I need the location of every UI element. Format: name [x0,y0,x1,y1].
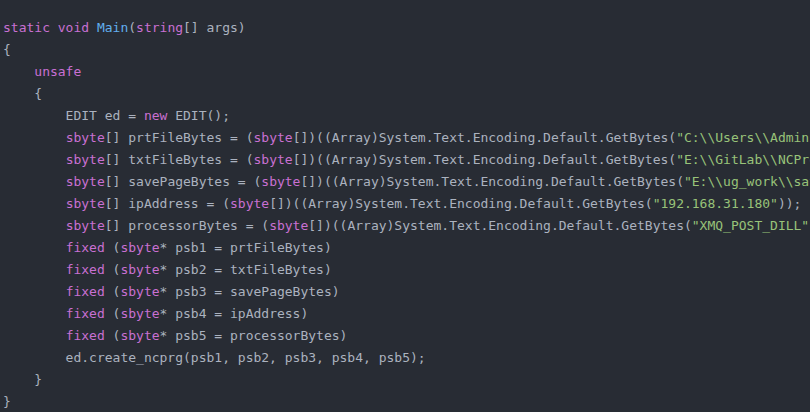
code-token-pl: * psb5 = processorBytes) [160,328,348,343]
code-token-kw: sbyte [120,240,159,255]
code-token-pl: [])((Array)System.Text.Encoding.Default.… [293,152,677,167]
code-token-pl: EDIT ed = [3,108,144,123]
code-token-pl: ( [105,240,121,255]
code-token-pl [50,20,58,35]
code-token-kw: static [3,20,50,35]
code-token-kw: fixed [66,328,105,343]
code-token-pl: [])((Array)System.Text.Encoding.Default.… [269,196,653,211]
code-token-pl [3,306,66,321]
code-token-pl [3,152,66,167]
code-line: unsafe [3,61,810,83]
code-token-pl: ( [105,262,121,277]
code-token-kw: sbyte [253,130,292,145]
code-token-fn: Main [97,20,128,35]
code-token-pl [3,240,66,255]
code-token-pl: [] savePageBytes = ( [105,174,262,189]
code-token-kw: sbyte [120,262,159,277]
code-line: sbyte[] prtFileBytes = (sbyte[])((Array)… [3,127,810,149]
code-token-pl: } [3,394,11,409]
code-token-pl: [])((Array)System.Text.Encoding.Default.… [308,218,692,233]
code-line: EDIT ed = new EDIT(); [3,105,810,127]
code-token-pl [3,328,66,343]
code-token-pl: ( [128,20,136,35]
code-token-kw: unsafe [34,64,81,79]
code-token-kw: sbyte [261,174,300,189]
code-token-pl [3,130,66,145]
code-token-pl: ( [105,284,121,299]
code-token-pl: [] ipAddress = ( [105,196,230,211]
code-token-pl: ed.create_ncprg(psb1, psb2, psb3, psb4, … [3,350,426,365]
code-token-pl [3,196,66,211]
code-token-kw: sbyte [120,306,159,321]
code-token-pl: ( [105,306,121,321]
code-token-pl [3,262,66,277]
code-token-pl: [])((Array)System.Text.Encoding.Default.… [293,130,677,145]
code-line: sbyte[] savePageBytes = (sbyte[])((Array… [3,171,810,193]
code-token-pl: [] prtFileBytes = ( [105,130,254,145]
code-line: fixed (sbyte* psb3 = savePageBytes) [3,281,810,303]
code-line: fixed (sbyte* psb1 = prtFileBytes) [3,237,810,259]
code-token-str: "XMQ_POST_DILL" [692,218,809,233]
code-token-str: "192.168.31.180" [653,196,778,211]
code-token-pl: EDIT(); [167,108,230,123]
code-token-str: "E:\\GitLab\\NCProj [676,152,810,167]
code-token-pl: )); [778,196,801,211]
code-token-kw: sbyte [66,196,105,211]
code-line: { [3,83,810,105]
code-line: { [3,39,810,61]
code-line: ed.create_ncprg(psb1, psb2, psb3, psb4, … [3,347,810,369]
code-content: static void Main(string[] args){ unsafe … [0,0,810,412]
code-line: } [3,391,810,412]
code-token-pl: } [3,372,42,387]
code-token-kw: fixed [66,284,105,299]
code-token-pl [3,174,66,189]
code-token-kw: fixed [66,306,105,321]
code-token-pl [89,20,97,35]
code-token-kw: sbyte [66,130,105,145]
code-token-kw: sbyte [66,218,105,233]
code-token-pl: { [3,42,11,57]
code-editor[interactable]: static void Main(string[] args){ unsafe … [0,0,810,412]
code-line: sbyte[] ipAddress = (sbyte[])((Array)Sys… [3,193,810,215]
code-token-kw: void [58,20,89,35]
code-token-str: "C:\\Users\\Adminis [676,130,810,145]
code-line: static void Main(string[] args) [3,17,810,39]
code-line: sbyte[] processorBytes = (sbyte[])((Arra… [3,215,810,237]
code-token-kw: sbyte [253,152,292,167]
code-token-kw: sbyte [269,218,308,233]
code-token-pl [3,218,66,233]
code-token-pl: ( [105,328,121,343]
code-line: fixed (sbyte* psb2 = txtFileBytes) [3,259,810,281]
code-token-pl: * psb2 = txtFileBytes) [160,262,332,277]
code-token-kw: sbyte [66,174,105,189]
code-token-kw: fixed [66,262,105,277]
code-line: fixed (sbyte* psb4 = ipAddress) [3,303,810,325]
code-token-kw: new [144,108,167,123]
code-line: } [3,369,810,391]
code-token-kw: sbyte [120,284,159,299]
code-token-kw: fixed [66,240,105,255]
code-token-kw: sbyte [66,152,105,167]
code-line: fixed (sbyte* psb5 = processorBytes) [3,325,810,347]
code-token-pl: [] txtFileBytes = ( [105,152,254,167]
code-token-pl: [])((Array)System.Text.Encoding.Default.… [300,174,684,189]
code-line: sbyte[] txtFileBytes = (sbyte[])((Array)… [3,149,810,171]
code-token-pl [3,64,34,79]
code-token-pl: * psb3 = savePageBytes) [160,284,340,299]
code-token-pl: [] processorBytes = ( [105,218,269,233]
code-token-pl: * psb4 = ipAddress) [160,306,309,321]
code-token-kw: sbyte [230,196,269,211]
code-token-str: "E:\\ug_work\\save [684,174,810,189]
code-token-pl: * psb1 = prtFileBytes) [160,240,332,255]
code-token-pl: { [3,86,42,101]
code-token-pl [3,284,66,299]
code-token-pl: [] args) [183,20,246,35]
code-token-kw: string [136,20,183,35]
code-token-kw: sbyte [120,328,159,343]
